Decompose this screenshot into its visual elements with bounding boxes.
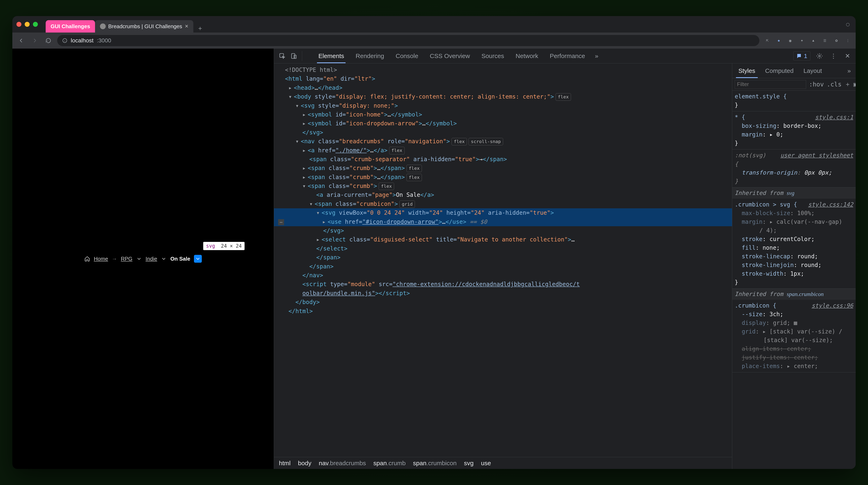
tab-rendering[interactable]: Rendering bbox=[351, 49, 389, 63]
browser-window: GUI Challenges Breadcrumbs | GUI Challen… bbox=[12, 16, 856, 469]
url-field[interactable]: localhost:3000 bbox=[57, 35, 760, 46]
styles-filter-input[interactable] bbox=[735, 80, 806, 89]
inspect-element-icon[interactable] bbox=[277, 51, 287, 61]
crumb-current: On Sale bbox=[170, 256, 190, 262]
devtools-body: <!DOCTYPE html> <html lang="en" dir="ltr… bbox=[274, 63, 856, 469]
hov-toggle[interactable]: :hov bbox=[809, 81, 824, 88]
styles-rules[interactable]: element.style { } style.css:1 * { box-si… bbox=[732, 91, 856, 469]
profile-icon[interactable]: ▲ bbox=[810, 37, 817, 44]
back-button[interactable] bbox=[17, 36, 26, 45]
rule-crumbicon[interactable]: style.css:96 .crumbicon { --size: 3ch; d… bbox=[732, 300, 856, 372]
rule-element-style[interactable]: element.style { } bbox=[732, 91, 856, 111]
forward-button[interactable] bbox=[30, 36, 39, 45]
inherited-from-crumbicon: Inherited from span.crumbicon bbox=[732, 289, 856, 300]
svg-rect-2 bbox=[291, 54, 295, 58]
svg-rect-3 bbox=[294, 55, 296, 58]
tab-css-overview[interactable]: CSS Overview bbox=[425, 49, 475, 63]
titlebar: GUI Challenges Breadcrumbs | GUI Challen… bbox=[12, 16, 856, 32]
tab-styles[interactable]: Styles bbox=[734, 63, 760, 78]
crumb-rpg[interactable]: RPG bbox=[121, 256, 132, 262]
chevron-down-icon[interactable] bbox=[136, 256, 142, 262]
new-tab-button[interactable]: ＋ bbox=[196, 24, 205, 32]
reading-list-icon[interactable]: ☰ bbox=[821, 37, 829, 44]
close-tab-icon[interactable]: ✕ bbox=[185, 24, 188, 29]
styles-tabs: Styles Computed Layout » bbox=[732, 63, 856, 78]
tab-console[interactable]: Console bbox=[391, 49, 423, 63]
maximize-window-icon[interactable] bbox=[33, 22, 38, 27]
crumb-home[interactable]: Home bbox=[94, 256, 108, 262]
svg-rect-1 bbox=[280, 54, 284, 57]
chevron-down-icon[interactable] bbox=[161, 256, 166, 262]
more-tabs-icon[interactable]: » bbox=[592, 51, 601, 61]
account-icon[interactable]: ◯ bbox=[844, 21, 851, 28]
page-viewport: svg 24 × 24 Home → RPG Indie On Sale bbox=[12, 49, 274, 469]
dom-tree[interactable]: <!DOCTYPE html> <html lang="en" dir="ltr… bbox=[274, 63, 732, 457]
divider bbox=[302, 51, 312, 61]
tab-network[interactable]: Network bbox=[511, 49, 543, 63]
tab-breadcrumbs[interactable]: Breadcrumbs | GUI Challenges ✕ bbox=[95, 20, 193, 32]
traffic-lights bbox=[17, 22, 38, 27]
info-icon bbox=[62, 38, 67, 43]
breadcrumb-nav: Home → RPG Indie On Sale bbox=[84, 255, 202, 263]
share-icon[interactable]: ⇱ bbox=[764, 37, 771, 44]
reload-button[interactable] bbox=[43, 36, 53, 45]
crumb-dropdown-selected[interactable] bbox=[194, 255, 202, 263]
url-host: localhost bbox=[71, 37, 94, 44]
dom-breadcrumb[interactable]: htmlbody nav.breadcrumbs span.crumb span… bbox=[274, 457, 732, 469]
rule-not-svg[interactable]: user agent stylesheet :not(svg) { transf… bbox=[732, 149, 856, 188]
devtools-tabbar: Elements Rendering Console CSS Overview … bbox=[274, 49, 856, 63]
elements-panel: <!DOCTYPE html> <html lang="en" dir="ltr… bbox=[274, 63, 732, 469]
styles-filter-bar: :hov .cls ＋ ▣ bbox=[732, 78, 856, 91]
rule-crumbicon-svg[interactable]: style.css:142 .crumbicon > svg { max-blo… bbox=[732, 199, 856, 289]
inspect-tooltip: svg 24 × 24 bbox=[203, 242, 245, 250]
issues-badge[interactable]: 1 bbox=[793, 52, 810, 60]
extension-icon-2[interactable]: ✿ bbox=[833, 37, 840, 44]
extension-icon-1[interactable]: ◉ bbox=[786, 37, 794, 44]
extensions-icon[interactable]: ✦ bbox=[798, 37, 805, 44]
inherited-from-svg: Inherited from svg bbox=[732, 188, 856, 199]
tab-performance[interactable]: Performance bbox=[545, 49, 590, 63]
cls-toggle[interactable]: .cls bbox=[827, 81, 841, 88]
close-devtools-icon[interactable]: ✕ bbox=[842, 51, 852, 61]
crumb-indie[interactable]: Indie bbox=[146, 256, 157, 262]
tabstrip: GUI Challenges Breadcrumbs | GUI Challen… bbox=[46, 16, 205, 32]
styles-panel: Styles Computed Layout » :hov .cls ＋ ▣ bbox=[732, 63, 856, 469]
kebab-menu-icon[interactable]: ⋮ bbox=[844, 37, 851, 44]
home-icon bbox=[84, 256, 90, 262]
close-window-icon[interactable] bbox=[17, 22, 21, 27]
add-rule-icon[interactable]: ＋ bbox=[844, 80, 851, 88]
more-tabs-icon[interactable]: » bbox=[844, 66, 854, 76]
bookmark-icon[interactable]: ★ bbox=[775, 37, 782, 44]
box-model-icon[interactable]: ▣ bbox=[854, 81, 856, 88]
separator-icon: → bbox=[112, 256, 117, 262]
globe-icon bbox=[100, 24, 106, 29]
content-split: svg 24 × 24 Home → RPG Indie On Sale Ele… bbox=[12, 49, 856, 469]
tab-title: Breadcrumbs | GUI Challenges bbox=[108, 23, 182, 30]
device-toolbar-icon[interactable] bbox=[289, 51, 299, 61]
address-bar: localhost:3000 ⇱ ★ ◉ ✦ ▲ ☰ ✿ ⋮ bbox=[12, 32, 856, 49]
toolbar-right: ⇱ ★ ◉ ✦ ▲ ☰ ✿ ⋮ bbox=[764, 37, 851, 44]
tab-sources[interactable]: Sources bbox=[476, 49, 509, 63]
tab-gui-challenges[interactable]: GUI Challenges bbox=[46, 20, 95, 32]
kebab-menu-icon[interactable]: ⋮ bbox=[829, 51, 838, 61]
minimize-window-icon[interactable] bbox=[25, 22, 30, 27]
devtools: Elements Rendering Console CSS Overview … bbox=[274, 49, 856, 469]
rule-universal[interactable]: style.css:1 * { box-sizing: border-box; … bbox=[732, 111, 856, 149]
tab-elements[interactable]: Elements bbox=[313, 49, 349, 63]
url-port: :3000 bbox=[97, 37, 111, 44]
tab-layout[interactable]: Layout bbox=[799, 63, 827, 78]
tab-computed[interactable]: Computed bbox=[761, 63, 798, 78]
settings-icon[interactable] bbox=[814, 51, 825, 61]
svg-point-4 bbox=[818, 55, 820, 57]
